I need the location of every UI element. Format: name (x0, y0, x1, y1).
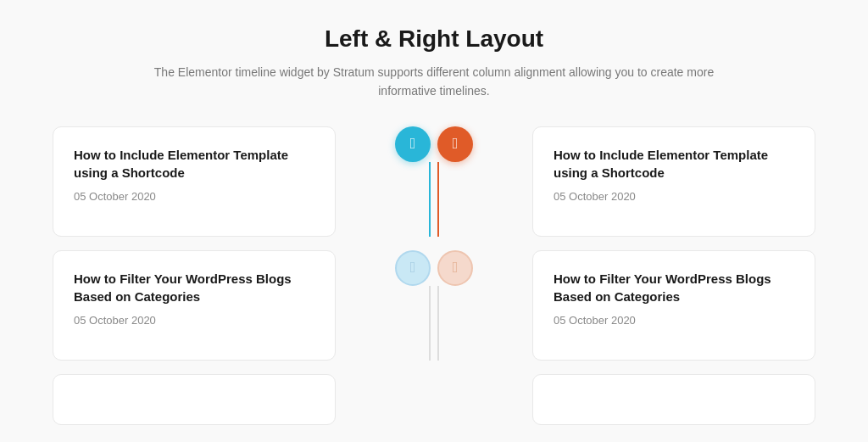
card-left-3-partial (53, 374, 336, 425)
vert-lines-1 (429, 162, 439, 237)
icons-pair-1:   (395, 126, 473, 162)
card-right-1-title: How to Include Elementor Template using … (554, 146, 794, 182)
card-left-2-date: 05 October 2020 (74, 314, 314, 327)
col-right-3 (485, 374, 815, 427)
page-header: Left & Right Layout The Elementor timeli… (137, 25, 731, 101)
col-center-2:   (383, 250, 485, 361)
card-left-1-date: 05 October 2020 (74, 190, 314, 203)
col-center-3 (383, 374, 485, 427)
card-right-3-partial (532, 374, 815, 425)
timeline-row-2: How to Filter Your WordPress Blogs Based… (53, 250, 815, 361)
center-content-2:   (383, 250, 485, 361)
col-right-1: How to Include Elementor Template using … (485, 126, 815, 237)
icon-right-1:  (437, 126, 473, 162)
icon-left-1:  (395, 126, 431, 162)
card-left-2-title: How to Filter Your WordPress Blogs Based… (74, 270, 314, 305)
page-title: Left & Right Layout (137, 25, 731, 53)
col-left-3 (53, 374, 383, 427)
wp-logo-right-1:  (453, 135, 459, 153)
card-right-2-title: How to Filter Your WordPress Blogs Based… (554, 270, 794, 305)
vline-orange-1 (437, 162, 439, 237)
wp-logo-right-2:  (453, 259, 459, 277)
wp-logo-left-1:  (410, 135, 416, 153)
icons-pair-2:   (395, 250, 473, 286)
card-left-1-title: How to Include Elementor Template using … (74, 146, 314, 182)
vert-lines-2 (429, 286, 439, 361)
timeline-row-3 (53, 374, 815, 427)
col-left-1: How to Include Elementor Template using … (53, 126, 383, 237)
col-right-2: How to Filter Your WordPress Blogs Based… (485, 250, 815, 361)
col-center-1:   (383, 126, 485, 237)
wp-logo-left-2:  (410, 259, 416, 277)
card-right-1-date: 05 October 2020 (554, 190, 794, 203)
icon-left-2:  (395, 250, 431, 286)
card-left-1: How to Include Elementor Template using … (53, 126, 336, 237)
timeline-container: How to Include Elementor Template using … (53, 126, 815, 440)
card-right-1: How to Include Elementor Template using … (532, 126, 815, 237)
timeline-row-1: How to Include Elementor Template using … (53, 126, 815, 237)
vline-blue-1 (429, 162, 431, 237)
card-right-2-date: 05 October 2020 (554, 314, 794, 327)
icon-right-2:  (437, 250, 473, 286)
center-content-1:   (383, 126, 485, 237)
col-left-2: How to Filter Your WordPress Blogs Based… (53, 250, 383, 361)
vline-gray-right-2 (437, 286, 439, 361)
page-subtitle: The Elementor timeline widget by Stratum… (137, 63, 731, 101)
vline-gray-left-2 (429, 286, 431, 361)
card-left-2: How to Filter Your WordPress Blogs Based… (53, 250, 336, 361)
card-right-2: How to Filter Your WordPress Blogs Based… (532, 250, 815, 361)
